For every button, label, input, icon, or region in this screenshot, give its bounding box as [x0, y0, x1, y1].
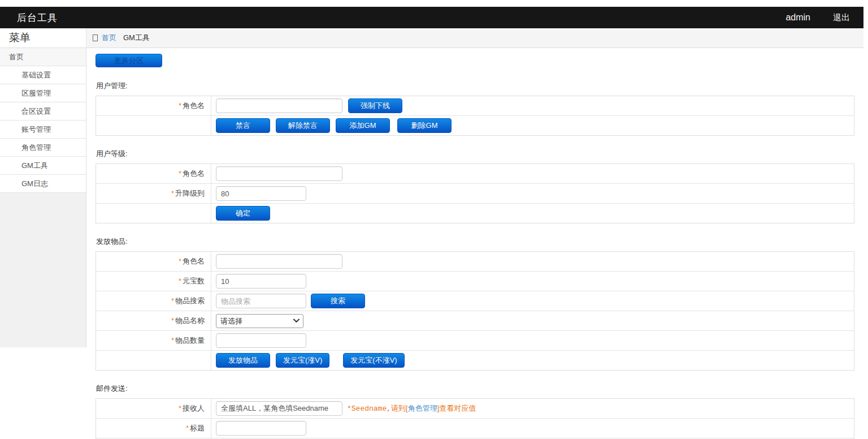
yuanbao-field	[211, 272, 854, 291]
sidebar-item-gm-logs[interactable]: GM日志	[0, 175, 86, 193]
form-row-receiver: * 接收人 *Seedname,请到[角色管理]查看对应值	[96, 399, 854, 419]
required-mark: *	[186, 424, 189, 432]
item-search-label-text: 物品搜索	[175, 296, 205, 306]
required-mark: *	[179, 170, 181, 178]
role-name-input[interactable]	[216, 98, 342, 113]
seedname-hint: *Seedname,请到[角色管理]查看对应值	[347, 403, 476, 414]
mail-title-label: * 标题	[96, 419, 211, 438]
required-mark: *	[179, 277, 181, 285]
confirm-button[interactable]: 确定	[216, 206, 270, 221]
delete-gm-button[interactable]: 删除GM	[397, 118, 452, 133]
sidebar-item-server-manage[interactable]: 区服管理	[0, 84, 86, 102]
level-submit-label-empty	[96, 204, 211, 223]
user-level-form: * 角色名 * 升降级到	[96, 163, 854, 223]
section-title-user-level: 用户等级:	[96, 149, 854, 159]
role-manage-link[interactable]: 角色管理	[408, 404, 437, 412]
item-search-input[interactable]	[216, 294, 306, 308]
breadcrumb: 首页 GM工具	[86, 28, 863, 48]
force-offline-button[interactable]: 强制下线	[348, 98, 402, 113]
item-search-label: * 物品搜索	[96, 291, 211, 311]
item-role-label: * 角色名	[96, 252, 211, 271]
item-name-label: * 物品名称	[96, 311, 211, 330]
send-yuanbao-vip-button[interactable]: 发元宝(涨V)	[276, 353, 329, 368]
item-role-field	[211, 252, 854, 271]
required-mark: *	[179, 102, 181, 110]
role-name-label-text: 角色名	[183, 101, 205, 111]
sidebar: 首页 基础设置 区服管理 合区设置 账号管理 角色管理 GM工具 GM日志	[0, 48, 86, 347]
form-row-mail-title: * 标题	[96, 419, 854, 438]
seedname-hint-suffix: ]查看对应值	[437, 404, 476, 412]
item-qty-field	[211, 331, 854, 350]
role-name-label: * 角色名	[96, 96, 211, 115]
give-items-form: * 角色名 * 元宝数	[96, 251, 854, 371]
receiver-label-text: 接收人	[183, 403, 205, 414]
item-role-label-text: 角色名	[183, 256, 205, 266]
level-role-input[interactable]	[216, 166, 342, 181]
form-row-item-role: * 角色名	[96, 252, 854, 272]
add-gm-button[interactable]: 添加GM	[336, 118, 390, 133]
yuanbao-input[interactable]	[216, 274, 306, 289]
main-content: 更换分区 用户管理: * 角色名 强制下线 禁言	[86, 48, 863, 439]
form-row-item-actions: 发放物品 发元宝(涨V) 发元宝(不涨V)	[96, 351, 854, 370]
form-row-item-qty: * 物品数量	[96, 331, 854, 351]
breadcrumb-home-link[interactable]: 首页	[102, 33, 116, 43]
seedname-hint-mid: 请到[	[391, 404, 408, 412]
required-mark: *	[179, 404, 181, 412]
receiver-input[interactable]	[216, 401, 342, 416]
unmute-button[interactable]: 解除禁言	[276, 118, 330, 133]
mute-button[interactable]: 禁言	[216, 118, 270, 133]
sidebar-item-account-manage[interactable]: 账号管理	[0, 120, 86, 139]
mail-title-field	[211, 419, 854, 438]
mail-title-label-text: 标题	[190, 423, 205, 433]
mail-title-input[interactable]	[216, 421, 306, 436]
receiver-label: * 接收人	[96, 399, 211, 418]
form-row-level-target: * 升降级到	[96, 184, 854, 204]
username-label: admin	[785, 12, 810, 23]
role-name-field: 强制下线	[211, 96, 854, 115]
logout-link[interactable]: 退出	[833, 12, 850, 23]
admin-page: 后台工具 admin 退出 菜单 首页 GM工具 首页 基础设置 区服管理 合区…	[0, 7, 863, 439]
form-row-actions: 禁言 解除禁言 添加GM 删除GM	[96, 116, 854, 135]
sidebar-item-role-manage[interactable]: 角色管理	[0, 139, 86, 157]
sidebar-item-basic-settings[interactable]: 基础设置	[0, 66, 86, 84]
form-row-level-submit: 确定	[96, 204, 854, 223]
sidebar-item-merge-settings[interactable]: 合区设置	[0, 102, 86, 120]
send-yuanbao-novip-button[interactable]: 发元宝(不涨V)	[343, 353, 404, 368]
item-role-input[interactable]	[216, 254, 342, 269]
item-name-select[interactable]: 请选择	[216, 314, 303, 328]
sidebar-item-home[interactable]: 首页	[0, 48, 86, 66]
give-item-button[interactable]: 发放物品	[216, 353, 270, 368]
yuanbao-label-text: 元宝数	[183, 276, 205, 286]
section-title-mail: 邮件发送:	[96, 384, 854, 394]
required-mark: *	[171, 317, 174, 325]
sidebar-header: 菜单	[0, 28, 86, 48]
required-mark: *	[171, 297, 174, 305]
level-target-label-text: 升降级到	[175, 188, 205, 199]
sidebar-item-gm-tools[interactable]: GM工具	[0, 157, 86, 175]
required-mark: *	[171, 190, 174, 197]
level-role-label-text: 角色名	[183, 169, 205, 179]
form-row-item-name: * 物品名称 请选择	[96, 311, 854, 331]
sidebar-title: 菜单	[9, 31, 31, 45]
item-qty-label: * 物品数量	[96, 331, 211, 350]
search-button[interactable]: 搜索	[311, 294, 365, 308]
level-role-field	[211, 164, 854, 183]
yuanbao-label: * 元宝数	[96, 272, 211, 291]
item-actions-field: 发放物品 发元宝(涨V) 发元宝(不涨V)	[211, 351, 854, 370]
change-partition-button[interactable]: 更换分区	[96, 54, 162, 67]
app-title: 后台工具	[17, 11, 58, 24]
seedname-hint-prefix: *Seedname,	[347, 404, 391, 413]
item-search-field: 搜索	[211, 291, 854, 311]
item-name-label-text: 物品名称	[175, 316, 205, 326]
actions-field: 禁言 解除禁言 添加GM 删除GM	[211, 116, 854, 135]
header-row: 菜单 首页 GM工具	[0, 28, 863, 48]
form-row-role: * 角色名 强制下线	[96, 96, 854, 116]
item-actions-label-empty	[96, 351, 211, 370]
section-title-give-items: 发放物品:	[96, 236, 854, 247]
level-target-field	[211, 184, 854, 203]
item-qty-input[interactable]	[216, 333, 306, 348]
level-target-input[interactable]	[216, 186, 306, 201]
user-manage-form: * 角色名 强制下线 禁言 解除禁言 添加GM 删除GM	[96, 96, 854, 136]
item-qty-label-text: 物品数量	[175, 335, 205, 346]
level-target-label: * 升降级到	[96, 184, 211, 203]
